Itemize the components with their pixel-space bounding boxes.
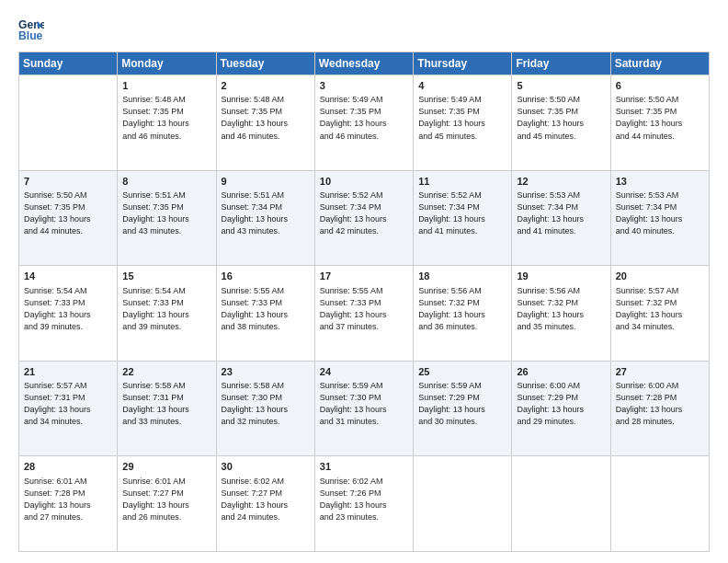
day-number: 19 [517,270,606,283]
cell-info-line: Sunset: 7:34 PM [320,201,409,213]
calendar-cell: 30Sunrise: 6:02 AMSunset: 7:27 PMDayligh… [216,456,314,552]
svg-text:Blue: Blue [18,29,43,42]
col-header-friday: Friday [512,52,610,75]
cell-info-line: Sunrise: 5:50 AM [24,190,113,201]
cell-info-line: Daylight: 13 hours [616,309,705,321]
cell-info-line: and 43 minutes. [222,225,311,237]
cell-info-line: Sunset: 7:29 PM [418,392,507,404]
day-number: 31 [320,460,409,474]
cell-info-line: Sunrise: 5:48 AM [122,94,211,106]
day-number: 20 [616,270,705,283]
day-number: 18 [418,270,507,283]
day-number: 22 [122,365,211,379]
cell-info-line: and 44 minutes. [24,225,113,237]
cell-info-line: Sunrise: 5:53 AM [616,190,705,201]
cell-info-line: and 36 minutes. [418,321,507,333]
cell-info-line: Sunrise: 6:02 AM [320,476,409,488]
calendar-cell [19,75,118,171]
cell-info-line: Sunset: 7:29 PM [517,392,606,404]
cell-info-line: Sunset: 7:33 PM [320,297,409,309]
cell-info-line: Sunset: 7:35 PM [122,201,211,213]
day-number: 6 [616,79,705,93]
calendar-cell: 29Sunrise: 6:01 AMSunset: 7:27 PMDayligh… [118,456,216,552]
calendar-cell: 25Sunrise: 5:59 AMSunset: 7:29 PMDayligh… [414,361,512,456]
cell-info-line: Daylight: 13 hours [517,309,606,321]
day-number: 17 [320,270,409,283]
cell-info-line: Sunset: 7:35 PM [517,106,606,118]
cell-info-line: and 31 minutes. [320,416,409,428]
cell-info-line: Sunset: 7:35 PM [24,201,113,213]
cell-info-line: and 39 minutes. [122,321,211,333]
calendar-cell: 5Sunrise: 5:50 AMSunset: 7:35 PMDaylight… [512,75,610,171]
cell-info-line: and 39 minutes. [24,321,113,333]
cell-info-line: Sunrise: 5:51 AM [222,190,311,201]
cell-info-line: and 32 minutes. [222,416,311,428]
day-number: 9 [222,175,311,189]
cell-info-line: Daylight: 13 hours [418,118,507,130]
day-number: 21 [24,365,113,379]
cell-info-line: Sunrise: 5:48 AM [222,94,311,106]
cell-info-line: Sunset: 7:26 PM [320,488,409,500]
cell-info-line: Daylight: 13 hours [418,213,507,225]
cell-info-line: and 37 minutes. [320,321,409,333]
cell-info-line: Daylight: 13 hours [616,118,705,130]
cell-info-line: and 46 minutes. [222,131,311,143]
cell-info-line: Daylight: 13 hours [616,213,705,225]
calendar-cell: 23Sunrise: 5:58 AMSunset: 7:30 PMDayligh… [216,361,314,456]
cell-info-line: and 46 minutes. [122,131,211,143]
cell-info-line: and 29 minutes. [517,416,606,428]
calendar-cell: 9Sunrise: 5:51 AMSunset: 7:34 PMDaylight… [216,170,314,266]
calendar-cell: 11Sunrise: 5:52 AMSunset: 7:34 PMDayligh… [414,170,512,266]
day-number: 7 [24,175,113,189]
col-header-monday: Monday [118,52,216,75]
cell-info-line: Daylight: 13 hours [122,309,211,321]
cell-info-line: Sunrise: 5:55 AM [222,285,311,297]
calendar-table: SundayMondayTuesdayWednesdayThursdayFrid… [18,52,710,552]
cell-info-line: and 44 minutes. [616,131,705,143]
cell-info-line: Daylight: 13 hours [320,404,409,416]
day-number: 26 [517,365,606,379]
calendar-cell: 26Sunrise: 6:00 AMSunset: 7:29 PMDayligh… [512,361,610,456]
calendar-cell: 28Sunrise: 6:01 AMSunset: 7:28 PMDayligh… [19,456,118,552]
cell-info-line: Sunset: 7:28 PM [24,488,113,500]
cell-info-line: Sunrise: 5:49 AM [320,94,409,106]
cell-info-line: Daylight: 13 hours [122,118,211,130]
calendar-cell: 4Sunrise: 5:49 AMSunset: 7:35 PMDaylight… [414,75,512,171]
day-number: 5 [517,79,606,93]
calendar-cell: 24Sunrise: 5:59 AMSunset: 7:30 PMDayligh… [314,361,413,456]
cell-info-line: Sunset: 7:32 PM [616,297,705,309]
calendar-cell: 1Sunrise: 5:48 AMSunset: 7:35 PMDaylight… [118,75,216,171]
calendar-cell: 31Sunrise: 6:02 AMSunset: 7:26 PMDayligh… [314,456,413,552]
cell-info-line: Sunrise: 5:54 AM [24,285,113,297]
cell-info-line: and 27 minutes. [24,511,113,523]
cell-info-line: Daylight: 13 hours [616,404,705,416]
cell-info-line: and 43 minutes. [122,225,211,237]
cell-info-line: Sunrise: 5:56 AM [517,285,606,297]
cell-info-line: and 23 minutes. [320,511,409,523]
cell-info-line: and 41 minutes. [418,225,507,237]
cell-info-line: Sunset: 7:35 PM [122,106,211,118]
cell-info-line: Sunrise: 6:02 AM [222,476,311,488]
day-number: 8 [122,175,211,189]
cell-info-line: Daylight: 13 hours [517,213,606,225]
cell-info-line: and 33 minutes. [122,416,211,428]
cell-info-line: Sunset: 7:31 PM [122,392,211,404]
cell-info-line: Sunset: 7:33 PM [222,297,311,309]
calendar-cell: 10Sunrise: 5:52 AMSunset: 7:34 PMDayligh… [314,170,413,266]
cell-info-line: and 40 minutes. [616,225,705,237]
cell-info-line: Daylight: 13 hours [122,500,211,511]
col-header-wednesday: Wednesday [314,52,413,75]
cell-info-line: Sunset: 7:34 PM [222,201,311,213]
cell-info-line: Sunset: 7:35 PM [222,106,311,118]
day-number: 10 [320,175,409,189]
cell-info-line: Sunset: 7:27 PM [222,488,311,500]
cell-info-line: Daylight: 13 hours [222,118,311,130]
cell-info-line: and 28 minutes. [616,416,705,428]
calendar-cell [610,456,709,552]
cell-info-line: Daylight: 13 hours [320,213,409,225]
day-number: 24 [320,365,409,379]
cell-info-line: Sunrise: 5:52 AM [320,190,409,201]
cell-info-line: Sunrise: 5:59 AM [320,380,409,392]
cell-info-line: Sunrise: 5:50 AM [616,94,705,106]
day-number: 25 [418,365,507,379]
